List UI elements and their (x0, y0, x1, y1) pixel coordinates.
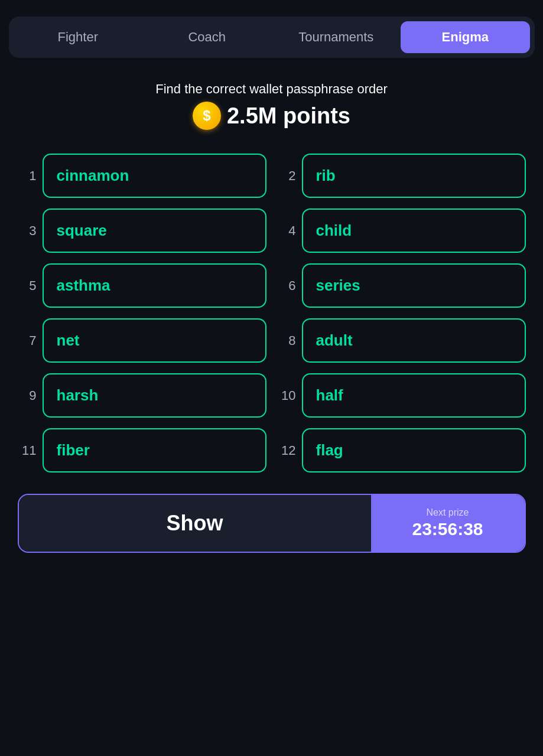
tab-enigma[interactable]: Enigma (401, 21, 530, 53)
word-number: 10 (277, 388, 296, 403)
word-row: 2rib (277, 154, 526, 198)
word-row: 3square (18, 208, 266, 253)
word-row: 10half (277, 373, 526, 418)
word-row: 7net (18, 318, 266, 363)
next-prize-label: Next prize (426, 507, 469, 518)
points-label: 2.5M points (227, 103, 350, 129)
show-button[interactable]: Show (19, 495, 371, 552)
word-box-1[interactable]: cinnamon (43, 154, 266, 198)
word-number: 8 (277, 333, 296, 348)
word-number: 12 (277, 443, 296, 458)
word-number: 2 (277, 168, 296, 184)
words-grid: 1cinnamon2rib3square4child5asthma6series… (18, 154, 526, 472)
word-row: 1cinnamon (18, 154, 266, 198)
word-box-9[interactable]: harsh (43, 373, 266, 418)
word-number: 6 (277, 278, 296, 294)
word-row: 12flag (277, 428, 526, 472)
tab-fighter[interactable]: Fighter (14, 21, 143, 53)
word-row: 5asthma (18, 263, 266, 308)
word-number: 4 (277, 223, 296, 239)
word-box-5[interactable]: asthma (43, 263, 266, 308)
word-number: 3 (18, 223, 37, 239)
tab-coach[interactable]: Coach (142, 21, 272, 53)
next-prize-timer: 23:56:38 (412, 519, 483, 539)
word-box-10[interactable]: half (302, 373, 526, 418)
word-number: 7 (18, 333, 37, 348)
word-number: 11 (18, 443, 37, 458)
header-points: $ 2.5M points (193, 102, 350, 130)
word-number: 5 (18, 278, 37, 294)
word-box-11[interactable]: fiber (43, 428, 266, 472)
word-box-12[interactable]: flag (302, 428, 526, 472)
tab-tournaments[interactable]: Tournaments (272, 21, 401, 53)
tab-bar: Fighter Coach Tournaments Enigma (9, 17, 535, 58)
word-row: 8adult (277, 318, 526, 363)
word-number: 1 (18, 168, 37, 184)
bottom-bar: Show Next prize 23:56:38 (18, 494, 526, 553)
word-box-8[interactable]: adult (302, 318, 526, 363)
word-box-3[interactable]: square (43, 208, 266, 253)
word-row: 11fiber (18, 428, 266, 472)
word-box-4[interactable]: child (302, 208, 526, 253)
word-row: 6series (277, 263, 526, 308)
word-box-7[interactable]: net (43, 318, 266, 363)
header-section: Find the correct wallet passphrase order… (155, 82, 388, 130)
word-box-6[interactable]: series (302, 263, 526, 308)
next-prize-section: Next prize 23:56:38 (371, 495, 525, 552)
word-number: 9 (18, 388, 37, 403)
coin-icon: $ (193, 102, 221, 130)
word-row: 9harsh (18, 373, 266, 418)
word-box-2[interactable]: rib (302, 154, 526, 198)
word-row: 4child (277, 208, 526, 253)
header-subtitle: Find the correct wallet passphrase order (155, 82, 388, 97)
